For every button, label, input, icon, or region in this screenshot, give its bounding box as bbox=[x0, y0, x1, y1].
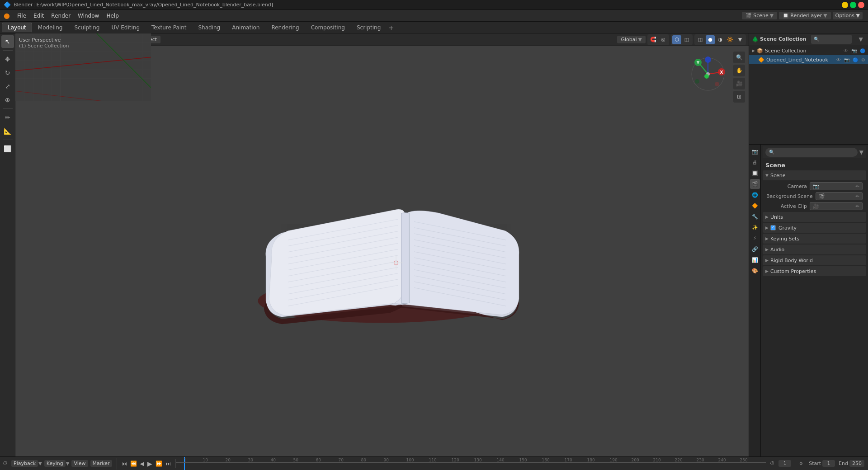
timeline-ruler[interactable]: 1 10 20 30 40 50 60 70 80 90 100 110 120… bbox=[176, 457, 766, 470]
prop-tab-data[interactable]: 📊 bbox=[750, 255, 760, 265]
jump-start-button[interactable]: ⏮ bbox=[121, 460, 128, 468]
dot-icon[interactable]: 🔵 bbox=[853, 57, 858, 62]
marker-menu[interactable]: Marker bbox=[90, 460, 112, 467]
prop-tab-output[interactable]: 🖨 bbox=[750, 157, 760, 167]
ws-tab-shading[interactable]: Shading bbox=[192, 23, 226, 33]
prev-keyframe-button[interactable]: ⏪ bbox=[129, 460, 138, 468]
ws-tab-animation[interactable]: Animation bbox=[226, 23, 265, 33]
minimize-button[interactable] bbox=[842, 2, 848, 8]
camera-vis-icon[interactable]: 📷 bbox=[851, 48, 857, 53]
next-keyframe-button[interactable]: ⏩ bbox=[155, 460, 163, 468]
tool-rotate[interactable]: ↻ bbox=[1, 66, 14, 79]
ws-tab-scripting[interactable]: Scripting bbox=[351, 23, 387, 33]
prop-tab-material[interactable]: 🎨 bbox=[750, 266, 760, 276]
props-search-input[interactable]: 🔍 bbox=[765, 148, 858, 157]
renderlayer-selector[interactable]: 🔲 RenderLayer ▼ bbox=[779, 12, 830, 19]
3d-viewport[interactable]: ⊙ Object Mode ▼ View Select Add Object G… bbox=[15, 33, 749, 456]
tool-move[interactable]: ✥ bbox=[1, 53, 14, 66]
current-frame-value[interactable]: 1 bbox=[778, 460, 791, 467]
menu-render[interactable]: Render bbox=[47, 12, 74, 20]
keying-sets-header[interactable]: ▶ Keying Sets bbox=[763, 234, 866, 244]
outliner-scene-collection[interactable]: ▶ 📦 Scene Collection 👁 📷 🔵 bbox=[749, 46, 868, 55]
prop-tab-world[interactable]: 🌐 bbox=[750, 190, 760, 200]
gravity-section-header[interactable]: ▶ Gravity bbox=[763, 223, 866, 233]
tool-annotate[interactable]: ✏ bbox=[1, 111, 14, 124]
viewport-gizmo[interactable]: Y X bbox=[690, 56, 726, 92]
options-button[interactable]: Options ▼ bbox=[833, 12, 863, 19]
prop-tab-render[interactable]: 📷 bbox=[750, 146, 760, 156]
playback-menu[interactable]: Playback bbox=[11, 460, 38, 467]
menu-edit[interactable]: Edit bbox=[30, 12, 47, 20]
ws-tab-texture-paint[interactable]: Texture Paint bbox=[146, 23, 192, 33]
menu-file[interactable]: File bbox=[14, 12, 30, 20]
render-vis-icon[interactable]: 🔵 bbox=[860, 48, 865, 53]
pan-button[interactable]: ✋ bbox=[733, 65, 745, 76]
play-button[interactable]: ▶ bbox=[146, 459, 153, 468]
close-button[interactable] bbox=[858, 2, 864, 8]
keying-menu[interactable]: Keying bbox=[44, 460, 66, 467]
props-filter[interactable]: ▼ bbox=[859, 149, 863, 155]
rigid-body-header[interactable]: ▶ Rigid Body World bbox=[763, 255, 866, 265]
prop-tab-object[interactable]: 🔶 bbox=[750, 201, 760, 211]
quad-view-button[interactable]: ⊞ bbox=[733, 91, 745, 103]
visibility-icon[interactable]: 👁 bbox=[836, 57, 841, 62]
frame-190: 190 bbox=[610, 458, 618, 462]
end-frame-value[interactable]: 250 bbox=[849, 460, 864, 467]
add-workspace-button[interactable]: + bbox=[387, 23, 396, 32]
custom-props-header[interactable]: ▶ Custom Properties bbox=[763, 266, 866, 276]
zoom-in-button[interactable]: 🔍 bbox=[733, 52, 745, 63]
camera-field[interactable]: 📷 ✏ bbox=[810, 182, 863, 190]
xray-icon[interactable]: ◫ bbox=[682, 35, 691, 44]
tool-select[interactable]: ↖ bbox=[1, 35, 14, 48]
units-section-header[interactable]: ▶ Units bbox=[763, 212, 866, 222]
filter-icon[interactable]: ▼ bbox=[856, 35, 865, 44]
prop-tab-constraints[interactable]: 🔗 bbox=[750, 244, 760, 254]
jump-end-button[interactable]: ⏭ bbox=[165, 460, 172, 468]
solid-shading[interactable]: ● bbox=[706, 35, 715, 44]
prop-tab-viewlayer[interactable]: 🔲 bbox=[750, 168, 760, 178]
prop-tab-scene[interactable]: 🎬 bbox=[750, 179, 760, 189]
gravity-checkbox[interactable] bbox=[770, 225, 776, 230]
timeline-view-menu[interactable]: View bbox=[71, 460, 88, 467]
ws-tab-modeling[interactable]: Modeling bbox=[32, 23, 69, 33]
camera-view-button[interactable]: 🎥 bbox=[733, 78, 745, 89]
outliner-search[interactable]: 🔍 bbox=[811, 35, 852, 44]
edit-icon[interactable]: ⚙ bbox=[861, 57, 865, 62]
ws-tab-layout[interactable]: Layout bbox=[2, 23, 32, 33]
tool-add-cube[interactable]: ⬜ bbox=[1, 142, 14, 155]
background-scene-field[interactable]: 🎬 ✏ bbox=[816, 192, 863, 200]
snap-icon[interactable]: 🧲 bbox=[649, 35, 658, 44]
tool-scale[interactable]: ⤢ bbox=[1, 80, 14, 93]
eye-icon[interactable]: 👁 bbox=[844, 48, 848, 53]
wireframe-shading[interactable]: ◫ bbox=[696, 35, 705, 44]
camera-vis-icon2[interactable]: 📷 bbox=[844, 57, 849, 62]
ws-tab-sculpting[interactable]: Sculpting bbox=[68, 23, 105, 33]
main-layout: ↖ ✥ ↻ ⤢ ⊕ ✏ 📐 ⬜ ⊙ Object Mode ▼ View Sel… bbox=[0, 33, 868, 456]
overlay-icon[interactable]: ⬡ bbox=[672, 35, 681, 44]
rendered-shading[interactable]: 🔆 bbox=[726, 35, 735, 44]
prop-tab-modifier[interactable]: 🔧 bbox=[750, 212, 760, 221]
start-frame-value[interactable]: 1 bbox=[822, 460, 835, 467]
outliner-item-notebook[interactable]: 🔶 Opened_Lined_Notebook 👁 📷 🔵 ⚙ bbox=[749, 55, 868, 64]
ws-tab-uv-editing[interactable]: UV Editing bbox=[105, 23, 146, 33]
tool-transform[interactable]: ⊕ bbox=[1, 94, 14, 106]
tool-measure[interactable]: 📐 bbox=[1, 125, 14, 137]
shading-options[interactable]: ▼ bbox=[736, 35, 745, 44]
audio-header[interactable]: ▶ Audio bbox=[763, 244, 866, 254]
menu-help[interactable]: Help bbox=[103, 12, 122, 20]
ws-tab-compositing[interactable]: Compositing bbox=[305, 23, 351, 33]
global-transform-selector[interactable]: Global ▼ bbox=[617, 36, 646, 43]
active-clip-field[interactable]: 🎥 ✏ bbox=[810, 202, 863, 210]
titlebar: 🔷 Blender [E:\work\WIP\Opened_Lined_Note… bbox=[0, 0, 868, 10]
material-shading[interactable]: ◑ bbox=[716, 35, 725, 44]
scene-section-header[interactable]: ▼ Scene bbox=[763, 170, 866, 180]
scene-selector[interactable]: 🎬 Scene ▼ bbox=[742, 12, 777, 19]
play-reverse-button[interactable]: ◀ bbox=[139, 460, 145, 468]
ws-tab-rendering[interactable]: Rendering bbox=[265, 23, 305, 33]
prop-tab-particles[interactable]: ✨ bbox=[750, 222, 760, 232]
maximize-button[interactable] bbox=[850, 2, 856, 8]
menu-window[interactable]: Window bbox=[74, 12, 103, 20]
active-clip-label: Active Clip bbox=[766, 203, 807, 209]
proportional-edit[interactable]: ◎ bbox=[659, 35, 668, 44]
prop-tab-physics[interactable]: ⚡ bbox=[750, 233, 760, 243]
